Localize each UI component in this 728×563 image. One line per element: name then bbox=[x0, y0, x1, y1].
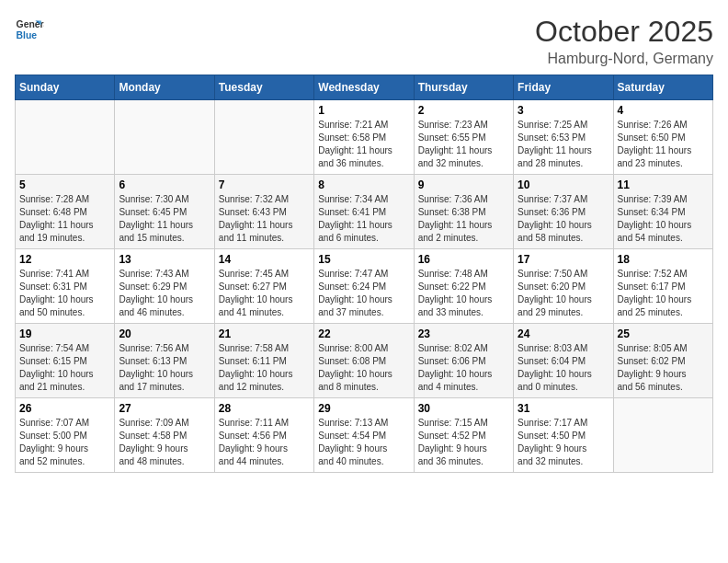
calendar-cell: 4Sunrise: 7:26 AM Sunset: 6:50 PM Daylig… bbox=[613, 100, 712, 175]
day-info: Sunrise: 8:05 AM Sunset: 6:02 PM Dayligh… bbox=[618, 342, 709, 394]
day-number: 27 bbox=[119, 402, 210, 415]
day-number: 29 bbox=[318, 402, 409, 415]
calendar-cell bbox=[613, 398, 712, 473]
week-row-2: 5Sunrise: 7:28 AM Sunset: 6:48 PM Daylig… bbox=[16, 175, 713, 249]
calendar-cell: 11Sunrise: 7:39 AM Sunset: 6:34 PM Dayli… bbox=[613, 175, 712, 249]
calendar-cell: 3Sunrise: 7:25 AM Sunset: 6:53 PM Daylig… bbox=[514, 100, 613, 175]
calendar-cell bbox=[16, 100, 115, 175]
day-info: Sunrise: 7:23 AM Sunset: 6:55 PM Dayligh… bbox=[418, 119, 509, 170]
calendar-cell: 8Sunrise: 7:34 AM Sunset: 6:41 PM Daylig… bbox=[314, 175, 414, 249]
day-number: 21 bbox=[219, 327, 310, 340]
calendar-cell: 12Sunrise: 7:41 AM Sunset: 6:31 PM Dayli… bbox=[16, 249, 115, 324]
calendar-cell: 10Sunrise: 7:37 AM Sunset: 6:36 PM Dayli… bbox=[514, 175, 613, 249]
day-number: 15 bbox=[318, 253, 409, 266]
day-info: Sunrise: 7:28 AM Sunset: 6:48 PM Dayligh… bbox=[19, 193, 110, 245]
calendar-cell: 14Sunrise: 7:45 AM Sunset: 6:27 PM Dayli… bbox=[214, 249, 313, 324]
calendar-cell: 27Sunrise: 7:09 AM Sunset: 4:58 PM Dayli… bbox=[115, 398, 214, 473]
day-number: 31 bbox=[518, 402, 609, 415]
calendar-cell: 17Sunrise: 7:50 AM Sunset: 6:20 PM Dayli… bbox=[514, 249, 613, 324]
day-header-sunday: Sunday bbox=[16, 75, 115, 100]
day-info: Sunrise: 7:54 AM Sunset: 6:15 PM Dayligh… bbox=[19, 342, 110, 394]
day-info: Sunrise: 7:30 AM Sunset: 6:45 PM Dayligh… bbox=[119, 193, 210, 245]
calendar-cell: 18Sunrise: 7:52 AM Sunset: 6:17 PM Dayli… bbox=[613, 249, 712, 324]
day-info: Sunrise: 7:07 AM Sunset: 5:00 PM Dayligh… bbox=[19, 417, 110, 468]
day-number: 17 bbox=[518, 253, 609, 266]
week-row-5: 26Sunrise: 7:07 AM Sunset: 5:00 PM Dayli… bbox=[16, 398, 713, 473]
calendar-cell: 5Sunrise: 7:28 AM Sunset: 6:48 PM Daylig… bbox=[16, 175, 115, 249]
calendar-cell: 13Sunrise: 7:43 AM Sunset: 6:29 PM Dayli… bbox=[115, 249, 214, 324]
day-info: Sunrise: 7:11 AM Sunset: 4:56 PM Dayligh… bbox=[219, 417, 310, 468]
calendar-table: SundayMondayTuesdayWednesdayThursdayFrid… bbox=[15, 75, 713, 473]
day-info: Sunrise: 7:36 AM Sunset: 6:38 PM Dayligh… bbox=[418, 193, 509, 245]
day-number: 6 bbox=[119, 178, 210, 191]
day-info: Sunrise: 7:58 AM Sunset: 6:11 PM Dayligh… bbox=[219, 342, 310, 394]
logo: General Blue bbox=[15, 15, 44, 44]
day-number: 25 bbox=[618, 327, 709, 340]
calendar-cell: 6Sunrise: 7:30 AM Sunset: 6:45 PM Daylig… bbox=[115, 175, 214, 249]
day-number: 23 bbox=[418, 327, 509, 340]
day-number: 13 bbox=[119, 253, 210, 266]
day-number: 19 bbox=[19, 327, 110, 340]
day-info: Sunrise: 7:15 AM Sunset: 4:52 PM Dayligh… bbox=[418, 417, 509, 468]
day-header-monday: Monday bbox=[115, 75, 214, 100]
day-number: 3 bbox=[518, 104, 609, 117]
logo-icon: General Blue bbox=[15, 15, 44, 44]
calendar-cell: 25Sunrise: 8:05 AM Sunset: 6:02 PM Dayli… bbox=[613, 324, 712, 398]
day-header-thursday: Thursday bbox=[414, 75, 513, 100]
day-number: 9 bbox=[418, 178, 509, 191]
day-number: 26 bbox=[19, 402, 110, 415]
calendar-cell: 26Sunrise: 7:07 AM Sunset: 5:00 PM Dayli… bbox=[16, 398, 115, 473]
day-info: Sunrise: 7:17 AM Sunset: 4:50 PM Dayligh… bbox=[518, 417, 609, 468]
day-info: Sunrise: 7:50 AM Sunset: 6:20 PM Dayligh… bbox=[518, 268, 609, 319]
day-number: 20 bbox=[119, 327, 210, 340]
day-number: 7 bbox=[219, 178, 310, 191]
day-header-saturday: Saturday bbox=[613, 75, 712, 100]
calendar-cell: 16Sunrise: 7:48 AM Sunset: 6:22 PM Dayli… bbox=[414, 249, 513, 324]
day-info: Sunrise: 8:03 AM Sunset: 6:04 PM Dayligh… bbox=[518, 342, 609, 394]
day-number: 18 bbox=[618, 253, 709, 266]
calendar-cell: 23Sunrise: 8:02 AM Sunset: 6:06 PM Dayli… bbox=[414, 324, 513, 398]
day-number: 16 bbox=[418, 253, 509, 266]
calendar-cell: 19Sunrise: 7:54 AM Sunset: 6:15 PM Dayli… bbox=[16, 324, 115, 398]
day-info: Sunrise: 7:45 AM Sunset: 6:27 PM Dayligh… bbox=[219, 268, 310, 319]
calendar-cell: 21Sunrise: 7:58 AM Sunset: 6:11 PM Dayli… bbox=[214, 324, 313, 398]
calendar-cell: 7Sunrise: 7:32 AM Sunset: 6:43 PM Daylig… bbox=[214, 175, 313, 249]
header: General Blue October 2025 Hamburg-Nord, … bbox=[15, 15, 713, 67]
day-info: Sunrise: 7:13 AM Sunset: 4:54 PM Dayligh… bbox=[318, 417, 409, 468]
calendar-cell: 22Sunrise: 8:00 AM Sunset: 6:08 PM Dayli… bbox=[314, 324, 414, 398]
calendar-cell: 2Sunrise: 7:23 AM Sunset: 6:55 PM Daylig… bbox=[414, 100, 513, 175]
day-number: 2 bbox=[418, 104, 509, 117]
week-row-3: 12Sunrise: 7:41 AM Sunset: 6:31 PM Dayli… bbox=[16, 249, 713, 324]
calendar-cell: 29Sunrise: 7:13 AM Sunset: 4:54 PM Dayli… bbox=[314, 398, 414, 473]
day-info: Sunrise: 7:43 AM Sunset: 6:29 PM Dayligh… bbox=[119, 268, 210, 319]
location-title: Hamburg-Nord, Germany bbox=[535, 51, 713, 67]
day-info: Sunrise: 7:25 AM Sunset: 6:53 PM Dayligh… bbox=[518, 119, 609, 170]
day-info: Sunrise: 7:52 AM Sunset: 6:17 PM Dayligh… bbox=[618, 268, 709, 319]
svg-text:Blue: Blue bbox=[17, 30, 38, 40]
calendar-cell: 31Sunrise: 7:17 AM Sunset: 4:50 PM Dayli… bbox=[514, 398, 613, 473]
calendar-cell: 30Sunrise: 7:15 AM Sunset: 4:52 PM Dayli… bbox=[414, 398, 513, 473]
month-title: October 2025 bbox=[535, 15, 713, 49]
day-info: Sunrise: 7:34 AM Sunset: 6:41 PM Dayligh… bbox=[318, 193, 409, 245]
week-row-4: 19Sunrise: 7:54 AM Sunset: 6:15 PM Dayli… bbox=[16, 324, 713, 398]
week-row-1: 1Sunrise: 7:21 AM Sunset: 6:58 PM Daylig… bbox=[16, 100, 713, 175]
day-number: 5 bbox=[19, 178, 110, 191]
day-number: 1 bbox=[318, 104, 409, 117]
day-info: Sunrise: 7:26 AM Sunset: 6:50 PM Dayligh… bbox=[618, 119, 709, 170]
day-header-friday: Friday bbox=[514, 75, 613, 100]
day-header-tuesday: Tuesday bbox=[214, 75, 313, 100]
day-info: Sunrise: 7:56 AM Sunset: 6:13 PM Dayligh… bbox=[119, 342, 210, 394]
day-info: Sunrise: 7:48 AM Sunset: 6:22 PM Dayligh… bbox=[418, 268, 509, 319]
calendar-cell: 1Sunrise: 7:21 AM Sunset: 6:58 PM Daylig… bbox=[314, 100, 414, 175]
day-info: Sunrise: 7:21 AM Sunset: 6:58 PM Dayligh… bbox=[318, 119, 409, 170]
calendar-cell: 9Sunrise: 7:36 AM Sunset: 6:38 PM Daylig… bbox=[414, 175, 513, 249]
day-info: Sunrise: 8:00 AM Sunset: 6:08 PM Dayligh… bbox=[318, 342, 409, 394]
day-header-wednesday: Wednesday bbox=[314, 75, 414, 100]
day-number: 11 bbox=[618, 178, 709, 191]
day-info: Sunrise: 7:37 AM Sunset: 6:36 PM Dayligh… bbox=[518, 193, 609, 245]
calendar-cell: 28Sunrise: 7:11 AM Sunset: 4:56 PM Dayli… bbox=[214, 398, 313, 473]
calendar-cell: 24Sunrise: 8:03 AM Sunset: 6:04 PM Dayli… bbox=[514, 324, 613, 398]
calendar-cell bbox=[115, 100, 214, 175]
day-info: Sunrise: 7:41 AM Sunset: 6:31 PM Dayligh… bbox=[19, 268, 110, 319]
day-info: Sunrise: 8:02 AM Sunset: 6:06 PM Dayligh… bbox=[418, 342, 509, 394]
